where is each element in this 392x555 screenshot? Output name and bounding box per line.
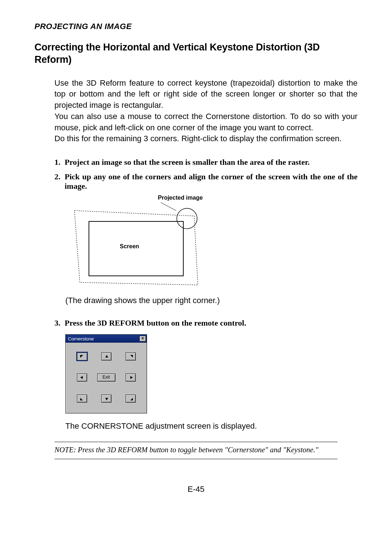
label-screen: Screen bbox=[120, 243, 139, 250]
note-block: NOTE: Press the 3D REFORM button to togg… bbox=[54, 442, 338, 459]
corner-dl-button[interactable] bbox=[77, 395, 87, 403]
arrow-up-icon bbox=[105, 355, 108, 358]
intro-p1: Use the 3D Reform feature to correct key… bbox=[54, 78, 358, 111]
cornerstone-grid: Exit bbox=[66, 343, 147, 413]
exit-button[interactable]: Exit bbox=[97, 374, 115, 381]
arrow-down-left-icon bbox=[80, 398, 83, 400]
corner-dr-button[interactable] bbox=[126, 395, 136, 403]
page-title: Correcting the Horizontal and Vertical K… bbox=[34, 41, 358, 66]
intro-p3: Do this for the remaining 3 corners. Rig… bbox=[54, 133, 358, 144]
edge-right-button[interactable] bbox=[126, 374, 136, 381]
page-number: E-45 bbox=[34, 485, 358, 494]
edge-up-button[interactable] bbox=[101, 352, 111, 360]
arrow-right-icon bbox=[130, 376, 133, 379]
section-header: PROJECTING AN IMAGE bbox=[34, 22, 358, 31]
figure-caption: (The drawing shows the upper right corne… bbox=[65, 296, 358, 305]
arrow-left-icon bbox=[80, 376, 83, 379]
step-text: Press the 3D REFORM button on the remote… bbox=[65, 318, 358, 328]
step-1: 1. Project an image so that the screen i… bbox=[54, 158, 358, 167]
steps-list: 1. Project an image so that the screen i… bbox=[54, 158, 358, 191]
arrow-up-left-icon bbox=[80, 355, 83, 358]
after-dialog-text: The CORNERSTONE adjustment screen is dis… bbox=[65, 421, 358, 431]
intro-text: Use the 3D Reform feature to correct key… bbox=[54, 78, 358, 145]
close-button[interactable]: × bbox=[139, 336, 146, 342]
svg-point-2 bbox=[177, 208, 197, 229]
step-number: 1. bbox=[54, 158, 65, 167]
corner-ur-button[interactable] bbox=[126, 352, 136, 360]
edge-left-button[interactable] bbox=[77, 374, 87, 381]
corner-ul-button[interactable] bbox=[77, 352, 87, 360]
arrow-down-icon bbox=[105, 398, 108, 400]
step-3: 3. Press the 3D REFORM button on the rem… bbox=[54, 318, 358, 328]
edge-down-button[interactable] bbox=[101, 395, 111, 403]
arrow-up-right-icon bbox=[130, 355, 133, 358]
step-text: Project an image so that the screen is s… bbox=[65, 158, 358, 167]
intro-p2: You can also use a mouse to correct the … bbox=[54, 111, 358, 134]
dialog-titlebar: Cornerstone × bbox=[66, 335, 147, 343]
figure-keystone: Projected image Screen bbox=[67, 196, 209, 292]
steps-list-cont: 3. Press the 3D REFORM button on the rem… bbox=[54, 318, 358, 328]
step-text: Pick up any one of the corners and align… bbox=[65, 172, 358, 191]
arrow-down-right-icon bbox=[130, 398, 133, 400]
dialog-title: Cornerstone bbox=[68, 336, 94, 342]
step-number: 2. bbox=[54, 172, 65, 191]
step-number: 3. bbox=[54, 318, 65, 328]
note-text: NOTE: Press the 3D REFORM button to togg… bbox=[54, 445, 338, 455]
step-2: 2. Pick up any one of the corners and al… bbox=[54, 172, 358, 191]
page: PROJECTING AN IMAGE Correcting the Horiz… bbox=[0, 0, 392, 509]
cornerstone-dialog: Cornerstone × Exit bbox=[65, 334, 147, 413]
svg-line-3 bbox=[161, 203, 176, 211]
